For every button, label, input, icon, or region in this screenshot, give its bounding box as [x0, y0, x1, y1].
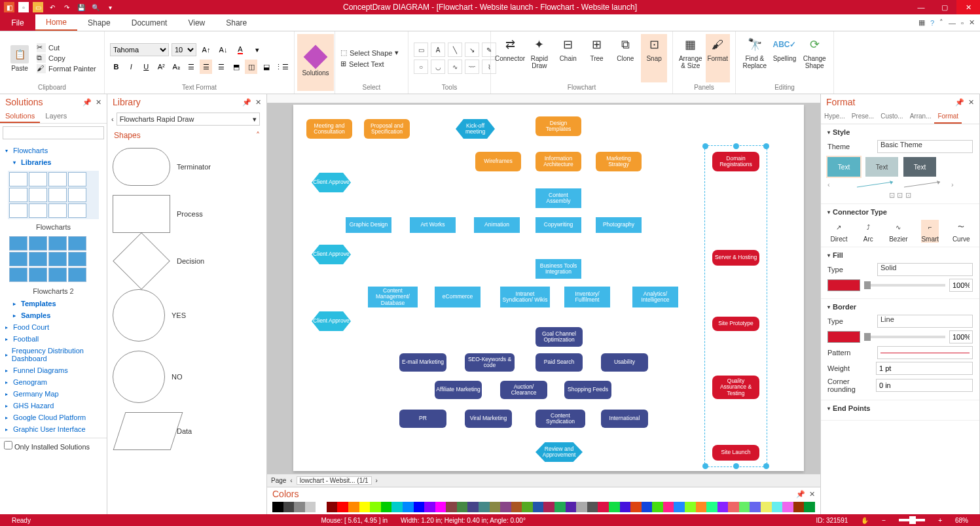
format-painter-button[interactable]: 🖌Format Painter [37, 64, 96, 73]
node-analytics[interactable]: Analytics/ Intelligence [632, 287, 678, 307]
node-client-approve-1[interactable]: Client Approve [312, 173, 351, 192]
share-tab[interactable]: Share [215, 14, 257, 31]
font-color-dropdown-icon[interactable]: ▾ [250, 43, 264, 57]
maximize-button[interactable]: ▢ [933, 0, 956, 14]
node-server-hosting[interactable]: Server & Hosting [712, 250, 759, 266]
arrow-sample-1[interactable] [857, 181, 896, 188]
ftab-custom[interactable]: Custo... [877, 110, 906, 124]
file-tab[interactable]: File [0, 14, 35, 31]
theme-preview-3[interactable]: Text [903, 157, 936, 177]
diagram-page[interactable]: Meeting and Consultation Proposal and Sp… [293, 105, 804, 471]
tree-button[interactable]: ⊞Tree [584, 34, 610, 82]
node-photography[interactable]: Photography [596, 217, 642, 233]
connector-button[interactable]: ⇄Connector [496, 34, 524, 82]
select-text-button[interactable]: ⊞Select Text [340, 60, 403, 68]
valign-bottom-button[interactable]: ⬓ [260, 60, 272, 74]
node-meeting[interactable]: Meeting and Consultation [306, 119, 352, 139]
font-grow-icon[interactable]: A↑ [199, 43, 213, 57]
collapse-ribbon-icon[interactable]: ˄ [939, 18, 943, 27]
shape-terminator[interactable]: Terminator [113, 148, 261, 186]
node-domain-reg[interactable]: Domain Registrations [712, 152, 759, 171]
node-auction[interactable]: Auction/ Clearance [500, 381, 547, 399]
node-art-works[interactable]: Art Works [410, 217, 456, 233]
conn-bezier[interactable]: ∿Bezier [889, 220, 907, 243]
shape-no[interactable]: NO [113, 351, 261, 403]
node-business-tools[interactable]: Business Tools Integration [535, 259, 581, 279]
conn-arc[interactable]: ⤴Arc [861, 220, 875, 243]
minimize-button[interactable]: — [909, 0, 933, 14]
collapse-icon[interactable]: ˄ [256, 131, 260, 140]
home-tab[interactable]: Home [35, 14, 77, 31]
font-color-icon[interactable]: A [233, 43, 247, 57]
tool-ellipse-icon[interactable]: ○ [414, 60, 428, 74]
font-size-select[interactable]: 10 [172, 43, 196, 56]
node-qa[interactable]: Quality Assurance & Testing [712, 376, 759, 399]
tree-libraries[interactable]: ▾Libraries [5, 156, 101, 168]
node-design-templates[interactable]: Design Templates [535, 116, 581, 136]
node-paid-search[interactable]: Paid Search [535, 353, 583, 372]
node-wireframes[interactable]: Wireframes [475, 152, 521, 171]
node-email-mkt[interactable]: E-mail Marketing [399, 353, 446, 372]
tree-funnel[interactable]: ▸Funnel Diagrams [5, 364, 101, 376]
copy-button[interactable]: ⧉Copy [37, 54, 96, 63]
zoom-out-icon[interactable]: − [875, 517, 892, 524]
tree-templates[interactable]: ▸Templates [5, 298, 101, 309]
solutions-subtab[interactable]: Solutions [0, 110, 40, 123]
fill-type-select[interactable]: Solid [877, 263, 973, 276]
border-opacity-slider[interactable] [864, 336, 945, 338]
tree-gui[interactable]: ▸Graphic User Interface [5, 423, 101, 435]
tool-text-icon[interactable]: A [431, 43, 445, 57]
valign-middle-button[interactable]: ◫ [245, 60, 257, 74]
conn-curve[interactable]: 〜Curve [953, 220, 970, 243]
fill-opacity-slider[interactable] [864, 284, 945, 287]
subscript-button[interactable]: A₂ [170, 60, 183, 74]
undo-icon[interactable]: ↶ [47, 2, 58, 12]
redo-icon[interactable]: ↷ [62, 2, 72, 12]
cut-button[interactable]: ✂Cut [37, 43, 96, 52]
align-right-button[interactable]: ☰ [215, 60, 227, 74]
library-dropdown[interactable]: Flowcharts Rapid Draw▾ [117, 113, 260, 126]
theme-preview-2[interactable]: Text [865, 157, 898, 177]
theme-preview-1[interactable]: Text [827, 157, 860, 177]
new-icon[interactable]: ▫ [18, 2, 29, 12]
node-copywriting[interactable]: Copywriting [535, 217, 581, 233]
paste-button[interactable]: 📋 Paste [5, 45, 34, 72]
page-tab-1[interactable]: lowchart - Websit... (1/1 [297, 476, 372, 485]
fill-opacity-input[interactable] [949, 279, 973, 292]
view-tab[interactable]: View [177, 14, 215, 31]
tree-football[interactable]: ▸Football [5, 333, 101, 345]
tool-freehand-icon[interactable]: 〰 [465, 60, 479, 74]
font-family-select[interactable]: Tahoma [110, 43, 169, 56]
bullet-list-button[interactable]: ⋮☰ [275, 60, 289, 74]
close-panel-icon[interactable]: ✕ [968, 98, 974, 107]
align-left-button[interactable]: ☰ [185, 60, 198, 74]
change-shape-button[interactable]: ⟳Change Shape [801, 34, 828, 82]
tree-gcp[interactable]: ▸Google Cloud Platform [5, 412, 101, 423]
inner-minimize-icon[interactable]: — [949, 19, 956, 27]
tree-food-court[interactable]: ▸Food Court [5, 321, 101, 333]
pin-icon[interactable]: 📌 [796, 490, 805, 499]
open-icon[interactable]: ▭ [33, 2, 43, 12]
node-site-launch[interactable]: Site Launch [712, 445, 759, 461]
ftab-presentation[interactable]: Prese... [848, 110, 877, 124]
tool-spline-icon[interactable]: ∿ [448, 60, 462, 74]
tool-connector-icon[interactable]: ↘ [465, 43, 479, 57]
node-graphic-design[interactable]: Graphic Design [346, 217, 391, 233]
bold-button[interactable]: B [110, 60, 122, 74]
italic-button[interactable]: I [125, 60, 137, 74]
rapid-draw-button[interactable]: ✦Rapid Draw [526, 34, 553, 82]
node-kickoff[interactable]: Kick-off meeting [456, 119, 495, 139]
flowcharts-shapeset[interactable] [8, 171, 99, 219]
snap-button[interactable]: ⊡Snap [641, 34, 667, 82]
node-content-synd[interactable]: Content Syndication [535, 410, 585, 428]
node-shopping[interactable]: Shopping Feeds [564, 381, 611, 399]
only-installed-checkbox[interactable]: Only Installed Solutions [0, 438, 107, 453]
colors-strip[interactable] [272, 502, 815, 512]
close-panel-icon[interactable]: ✕ [255, 98, 261, 107]
inner-restore-icon[interactable]: ▫ [961, 19, 964, 27]
tree-ghs[interactable]: ▸GHS Hazard [5, 400, 101, 412]
node-info-arch[interactable]: Information Architecture [535, 152, 581, 171]
node-content-assembly[interactable]: Content Assembly [535, 188, 581, 208]
pin-icon[interactable]: 📌 [955, 98, 964, 107]
ftab-format[interactable]: Format [934, 110, 962, 124]
